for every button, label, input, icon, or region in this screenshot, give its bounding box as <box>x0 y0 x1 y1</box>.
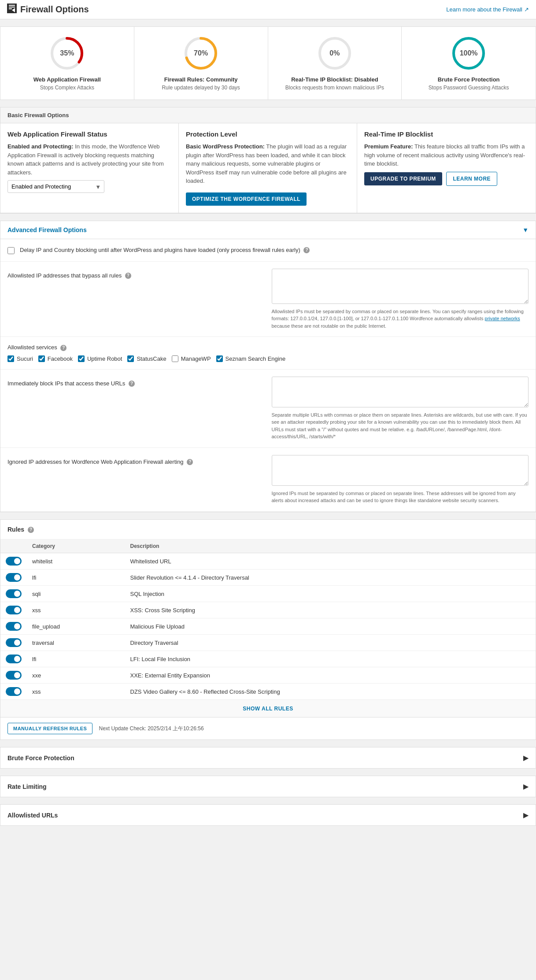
table-row: xssXSS: Cross Site Scripting <box>0 602 536 618</box>
rules-section: Rules ? Category Description whitelistWh… <box>0 519 536 740</box>
toggle-cell-6 <box>0 651 27 667</box>
learn-more-link[interactable]: Learn more about the Firewall ↗ <box>446 6 529 13</box>
refresh-rules-button[interactable]: MANUALLY REFRESH RULES <box>7 723 92 734</box>
service-cb-facebook[interactable] <box>38 355 45 362</box>
stat-title-blocklist: Real-Time IP Blocklist: Disabled <box>275 76 395 83</box>
col-category: Category <box>27 540 125 553</box>
show-all-rules-button[interactable]: SHOW ALL RULES <box>243 706 293 712</box>
rule-description-5: Directory Traversal <box>125 635 536 651</box>
protection-level-strong: Basic WordPress Protection: <box>186 143 265 150</box>
ignored-ips-row: Ignored IP addresses for Wordfence Web A… <box>0 448 536 512</box>
stat-title-waf: Web Application Firewall <box>7 76 127 83</box>
collapsibles-wrap: Brute Force Protection▶Rate Limiting▶All… <box>0 747 536 826</box>
rule-category-5: traversal <box>27 635 125 651</box>
waf-status-body: Enabled and Protecting: In this mode, th… <box>7 142 171 177</box>
rule-description-4: Malicious File Upload <box>125 618 536 635</box>
col-toggle <box>0 540 27 553</box>
stat-percent-brute: 100% <box>460 49 478 57</box>
collapsible-title-brute-force: Brute Force Protection <box>7 754 74 762</box>
advanced-header-title: Advanced Firewall Options <box>7 226 87 233</box>
toggle-cell-3 <box>0 602 27 618</box>
stat-subtitle-brute: Stops Password Guessing Attacks <box>409 85 529 91</box>
rule-description-8: DZS Video Gallery <= 8.60 - Reflected Cr… <box>125 684 536 700</box>
toggle-cell-0 <box>0 553 27 570</box>
services-help-icon[interactable]: ? <box>60 345 67 351</box>
service-label-seznam-search-engine: Seznam Search Engine <box>225 355 286 362</box>
refresh-row: MANUALLY REFRESH RULES Next Update Check… <box>0 717 536 740</box>
svg-rect-2 <box>9 7 15 7</box>
rule-description-1: Slider Revolution <= 4.1.4 - Directory T… <box>125 570 536 586</box>
col-description: Description <box>125 540 536 553</box>
service-label-uptime-robot: Uptime Robot <box>87 355 122 362</box>
chevron-down-icon: ▼ <box>522 226 529 233</box>
rules-table: Category Description whitelistWhiteliste… <box>0 540 536 699</box>
collapsible-brute-force[interactable]: Brute Force Protection▶ <box>0 747 536 769</box>
block-urls-help-icon[interactable]: ? <box>129 381 135 387</box>
rule-description-7: XXE: External Entity Expansion <box>125 667 536 684</box>
rule-description-3: XSS: Cross Site Scripting <box>125 602 536 618</box>
block-urls-label: Immediately block IPs that access these … <box>7 377 265 387</box>
rules-help-icon[interactable]: ? <box>28 527 34 533</box>
upgrade-premium-button[interactable]: UPGRADE TO PREMIUM <box>364 172 442 185</box>
allowlisted-services-label: Allowlisted services ? <box>7 344 529 351</box>
rules-header: Rules ? <box>0 520 536 540</box>
advanced-firewall-header[interactable]: Advanced Firewall Options ▼ <box>0 221 536 239</box>
ignored-ips-label: Ignored IP addresses for Wordfence Web A… <box>7 455 265 466</box>
stat-card-waf: 35% Web Application Firewall Stops Compl… <box>0 27 134 100</box>
rule-description-0: Whitelisted URL <box>125 553 536 570</box>
service-item-sucuri: Sucuri <box>7 355 33 362</box>
realtime-blocklist-col: Real-Time IP Blocklist Premium Feature: … <box>357 123 536 213</box>
protection-level-title: Protection Level <box>186 130 350 138</box>
allowlisted-ips-textarea[interactable] <box>272 269 529 304</box>
stat-card-rules: 70% Firewall Rules: Community Rule updat… <box>134 27 268 100</box>
delay-option-row: Delay IP and Country blocking until afte… <box>0 239 536 262</box>
realtime-blocklist-body: Premium Feature: This feature blocks all… <box>364 142 529 168</box>
service-cb-statuscake[interactable] <box>127 355 134 362</box>
block-urls-help: Separate multiple URLs with commas or pl… <box>272 411 529 440</box>
collapsible-title-rate-limiting: Rate Limiting <box>7 783 47 790</box>
delay-option-checkbox[interactable] <box>7 247 15 254</box>
allowlisted-ips-help-icon[interactable]: ? <box>125 273 131 279</box>
collapsible-title-allowlisted-urls: Allowlisted URLs <box>7 812 58 819</box>
stat-percent-rules: 70% <box>194 49 208 57</box>
collapsible-rate-limiting[interactable]: Rate Limiting▶ <box>0 776 536 797</box>
service-label-statuscake: StatusCake <box>137 355 166 362</box>
waf-status-select[interactable]: Enabled and Protecting Learning Mode Dis… <box>7 180 104 193</box>
ignored-ips-textarea[interactable] <box>272 455 529 486</box>
service-cb-uptime-robot[interactable] <box>78 355 85 362</box>
rule-category-8: xss <box>27 684 125 700</box>
table-row: traversalDirectory Traversal <box>0 635 536 651</box>
delay-help-icon[interactable]: ? <box>303 247 310 253</box>
rule-category-7: xxe <box>27 667 125 684</box>
block-urls-textarea[interactable] <box>272 377 529 407</box>
stat-title-rules: Firewall Rules: Community <box>141 76 261 83</box>
toggle-cell-1 <box>0 570 27 586</box>
delay-option-label: Delay IP and Country blocking until afte… <box>20 246 310 254</box>
stat-title-brute: Brute Force Protection <box>409 76 529 83</box>
chevron-right-icon-brute-force: ▶ <box>523 754 529 762</box>
toggle-cell-4 <box>0 618 27 635</box>
rules-tbody: whitelistWhitelisted URLlfiSlider Revolu… <box>0 553 536 700</box>
toggle-cell-2 <box>0 586 27 602</box>
service-item-statuscake: StatusCake <box>127 355 166 362</box>
rule-category-2: sqli <box>27 586 125 602</box>
rule-category-1: lfi <box>27 570 125 586</box>
protection-level-col: Protection Level Basic WordPress Protect… <box>179 123 357 213</box>
service-cb-seznam-search-engine[interactable] <box>216 355 223 362</box>
chevron-right-icon-rate-limiting: ▶ <box>523 782 529 791</box>
service-item-managewp: ManageWP <box>172 355 211 362</box>
stat-card-brute: 100% Brute Force Protection Stops Passwo… <box>402 27 536 100</box>
service-cb-managewp[interactable] <box>172 355 178 362</box>
table-row: whitelistWhitelisted URL <box>0 553 536 570</box>
collapsible-allowlisted-urls[interactable]: Allowlisted URLs▶ <box>0 804 536 826</box>
ignored-ips-help-icon[interactable]: ? <box>187 459 193 465</box>
service-cb-sucuri[interactable] <box>7 355 14 362</box>
allowlisted-ips-label: Allowlisted IP addresses that bypass all… <box>7 269 265 279</box>
toggle-cell-8 <box>0 684 27 700</box>
rule-category-6: lfi <box>27 651 125 667</box>
optimize-firewall-button[interactable]: OPTIMIZE THE WORDFENCE FIREWALL <box>186 192 307 206</box>
basic-section-header: Basic Firewall Options <box>0 107 536 123</box>
ignored-ips-help: Ignored IPs must be separated by commas … <box>272 490 529 504</box>
private-networks-link[interactable]: private networks <box>485 316 520 321</box>
learn-more-button[interactable]: LEARN MORE <box>446 172 497 186</box>
